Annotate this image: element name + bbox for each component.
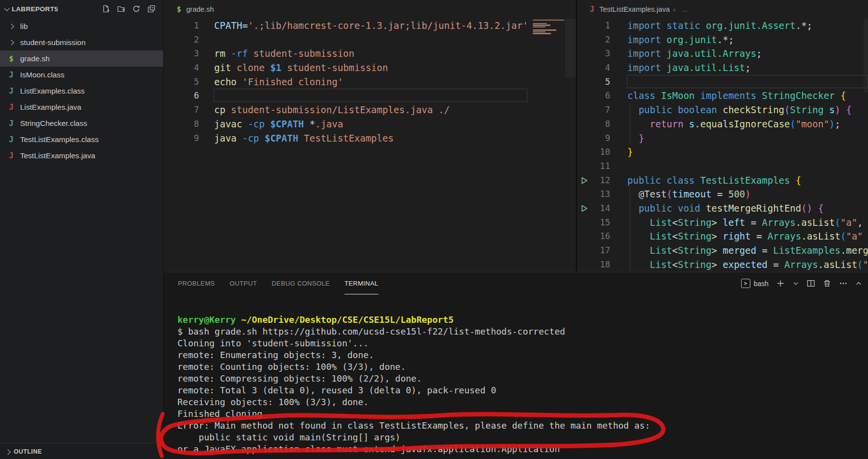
collapse-folders-icon[interactable] [148,5,155,13]
workspace-title: LABREPORT5 [12,5,58,13]
code-area-java: 1import static org.junit.Assert.*;2impor… [577,19,868,271]
editor-scrollbar[interactable] [864,19,868,92]
editor-testlistexamples-java[interactable]: J TestListExamples.java › ... 1import st… [577,0,868,272]
sidebar-file-ListExamples.class[interactable]: JListExamples.class [0,83,163,99]
code-line-7: 7 public boolean checkString(String s) { [577,103,868,117]
code-line-5: 5 [577,75,868,89]
terminal-line-9: Finished cloning [164,408,868,420]
terminal-line-2: $ bash grade.sh https://github.com/ucsd-… [164,326,868,338]
item-label: TestListExamples.java [20,151,95,160]
breadcrumb[interactable]: $ grade.sh [164,0,576,19]
terminal-actions: > bash [741,279,868,288]
launch-profile-chevron-icon[interactable] [793,280,799,287]
sidebar-file-StringChecker.class[interactable]: JStringChecker.class [0,115,163,131]
breadcrumb-more: ... [682,6,688,13]
breadcrumb-file: TestListExamples.java [599,5,670,13]
panel-tab-terminal[interactable]: TERMINAL [345,272,378,294]
code-line-8: 8 return s.equalsIgnoreCase("moon"); [577,117,868,131]
file-list: libstudent-submission$grade.shJIsMoon.cl… [0,18,163,164]
vscode-window: LABREPORT5 libstudent-submission$grade.s… [0,0,868,459]
code-line-6: 6class IsMoon implements StringChecker { [577,89,868,103]
terminal-line-8: Receiving objects: 100% (3/3), done. [164,396,868,408]
item-label: student-submission [20,38,86,47]
sidebar-folder-student-submission[interactable]: student-submission [0,34,163,50]
code-area-grade-sh: 1CPATH='.;lib/hamcrest-core-1.3.jar;lib/… [164,19,576,145]
code-line-9: 9java -cp $CPATH TestListExamples [164,131,576,145]
chevron-right-icon [6,24,17,28]
item-label: lib [20,22,28,31]
item-label: grade.sh [20,54,50,63]
item-label: StringChecker.class [20,119,87,128]
terminal-line-5: remote: Counting objects: 100% (3/3), do… [164,361,868,373]
panel-tab-debug-console[interactable]: DEBUG CONSOLE [272,272,330,294]
explorer-sidebar: LABREPORT5 libstudent-submission$grade.s… [0,0,164,459]
code-line-10: 10} [577,145,868,159]
shell-file-icon: $ [6,54,17,63]
new-terminal-icon[interactable] [776,279,785,288]
breadcrumb-file: grade.sh [186,5,214,13]
item-label: TestListExamples.class [20,135,99,144]
java-file-icon: J [6,119,17,128]
chevron-right-icon [6,41,17,45]
code-line-4: 4import java.util.List; [577,61,868,75]
editor-grade-sh[interactable]: $ grade.sh 1CPATH='.;lib/hamcrest-core-1… [164,0,577,272]
sidebar-file-TestListExamples.java[interactable]: JTestListExamples.java [0,147,163,164]
chevron-right-icon: › [673,6,675,13]
breadcrumb[interactable]: J TestListExamples.java › ... [577,0,868,19]
code-line-4: 4git clone $1 student-submission [164,61,576,75]
editor-scrollbar[interactable] [565,19,576,77]
explorer-actions [102,5,158,13]
code-line-13: 13 @Test(timeout = 500) [577,187,868,201]
new-file-icon[interactable] [102,5,110,13]
terminal-line-7: remote: Total 3 (delta 0), reused 3 (del… [164,385,868,396]
refresh-explorer-icon[interactable] [132,5,140,13]
shell-file-icon: $ [174,5,183,14]
explorer-section-header[interactable]: LABREPORT5 [0,0,163,18]
panel-tab-problems[interactable]: PROBLEMS [178,272,215,294]
code-line-17: 17 List<String> merged = ListExamples.me… [577,243,868,258]
panel-tab-output[interactable]: OUTPUT [229,272,257,294]
sidebar-file-grade.sh[interactable]: $grade.sh [0,50,163,67]
sidebar-folder-lib[interactable]: lib [0,18,163,34]
terminal-line-11: public static void main(String[] args) [164,432,868,443]
outline-label: OUTLINE [14,448,42,455]
terminal-instance-select[interactable]: > bash [741,279,769,288]
outline-section-header[interactable]: OUTLINE [0,443,163,459]
panel-header: PROBLEMSOUTPUTDEBUG CONSOLETERMINAL > ba… [164,272,868,294]
code-line-6: 6 [164,89,576,103]
terminal-line-10: Error: Main method not found in class Te… [164,420,868,432]
sidebar-file-IsMoon.class[interactable]: JIsMoon.class [0,67,163,83]
java-file-icon: J [6,103,17,112]
code-line-12: 12public class TestListExamples { [577,173,868,188]
java-file-icon: J [6,151,17,160]
terminal-output[interactable]: kerry@Kerry ~/OneDrive/Desktop/CSE/CSE15… [164,294,868,455]
code-line-3: 3rm -rf student-submission [164,47,576,61]
sidebar-file-ListExamples.java[interactable]: JListExamples.java [0,99,163,115]
item-label: ListExamples.class [20,87,85,96]
code-line-1: 1import static org.junit.Assert.*; [577,19,868,33]
sidebar-file-TestListExamples.class[interactable]: JTestListExamples.class [0,131,163,147]
item-label: IsMoon.class [20,71,64,79]
shell-label: bash [754,280,769,288]
java-file-icon: J [6,135,17,144]
code-line-5: 5echo 'Finished cloning' [164,75,576,89]
more-actions-icon[interactable] [839,279,847,288]
kill-terminal-icon[interactable] [823,279,831,288]
code-line-8: 8javac -cp $CPATH *.java [164,117,576,131]
java-file-icon: J [6,71,17,79]
chevron-right-icon [6,447,10,456]
code-line-9: 9 } [577,131,868,145]
maximize-panel-icon[interactable] [855,280,862,287]
java-file-icon: J [6,87,17,96]
code-line-2: 2import org.junit.*; [577,33,868,47]
split-terminal-icon[interactable] [807,279,815,288]
terminal-instance-icon: > [741,279,750,288]
code-line-16: 16 List<String> right = Arrays.asList("a… [577,229,868,243]
code-line-11: 11 [577,159,868,173]
terminal-line-6: remote: Compressing objects: 100% (2/2),… [164,373,868,385]
new-folder-icon[interactable] [117,5,125,13]
code-line-14: 14 public void testMergeRightEnd() { [577,201,868,216]
panel-tabs: PROBLEMSOUTPUTDEBUG CONSOLETERMINAL [178,272,378,294]
code-line-1: 1CPATH='.;lib/hamcrest-core-1.3.jar;lib/… [164,19,576,33]
code-line-15: 15 List<String> left = Arrays.asList("a"… [577,216,868,230]
